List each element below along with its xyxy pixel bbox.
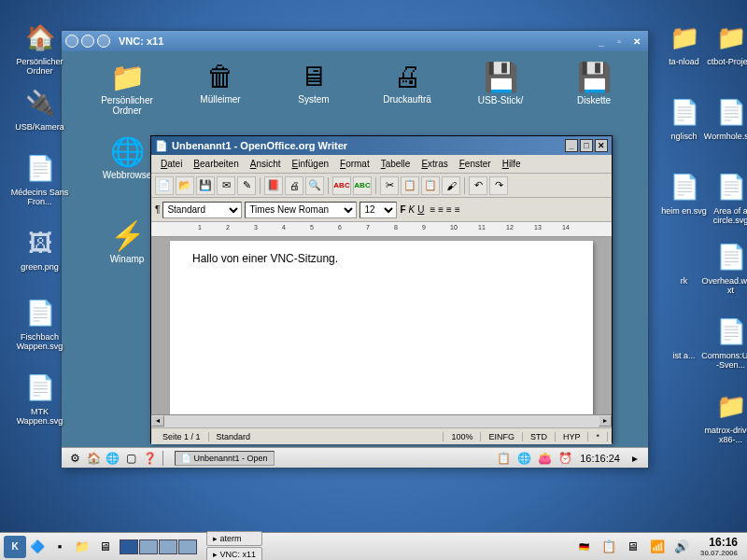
show-desktop-icon[interactable]: 🖥	[94, 537, 115, 557]
desktop-2[interactable]	[139, 539, 158, 554]
font-size-select[interactable]: 12	[359, 202, 397, 218]
ooo-maximize-button[interactable]: □	[580, 139, 593, 152]
status-zoom[interactable]: 100%	[444, 432, 481, 441]
ooo-minimize-button[interactable]: _	[565, 139, 578, 152]
menu-ansicht[interactable]: Ansicht	[245, 157, 287, 171]
format-paintbrush-button[interactable]: 🖌	[442, 176, 460, 195]
vnc-konqueror-icon[interactable]: 🌐	[104, 450, 120, 467]
desktop-icon-fischbach-wappen-svg[interactable]: 📄Fischbach Wappen.svg	[9, 294, 70, 352]
redo-button[interactable]: ↷	[489, 176, 508, 195]
auto-spellcheck-button[interactable]: ABC	[353, 176, 372, 195]
desktop-icon-ctbot-projekt[interactable]: 📁ctbot-Projekt	[700, 19, 747, 67]
copy-button[interactable]: 📋	[401, 176, 419, 195]
desktop-icon-pers-nlicher-ordner[interactable]: 🏠Persönlicher Ordner	[9, 19, 70, 77]
desktop-3[interactable]	[159, 539, 177, 554]
vnc-tray-extra-icon[interactable]: ▸	[627, 450, 643, 467]
menu-tabelle[interactable]: Tabelle	[375, 157, 416, 171]
status-hyphenation[interactable]: HYP	[556, 432, 589, 441]
desktop-icon-overhead-wiki-txt[interactable]: 📄Overhead.wiki.txt	[700, 238, 747, 296]
tray-volume-icon[interactable]: 🔊	[671, 537, 692, 557]
menu-datei[interactable]: Datei	[155, 157, 188, 171]
task-button-aterm[interactable]: ▸ aterm	[206, 531, 262, 546]
underline-button[interactable]: U	[417, 204, 424, 215]
bold-button[interactable]: F	[400, 204, 405, 215]
vnc-icon-usb-stick-[interactable]: 💾USB-Stick/	[463, 61, 538, 105]
desktop-4[interactable]	[178, 539, 197, 554]
align-left-button[interactable]: ≡	[430, 204, 435, 215]
document-page[interactable]: Hallo von einer VNC-Sitzung.	[170, 241, 593, 414]
vnc-icon-m-lleimer[interactable]: 🗑Mülleimer	[183, 61, 258, 105]
font-name-select[interactable]: Times New Roman	[245, 202, 357, 218]
desktop-icon-matrox-driver-x86-[interactable]: 📁matrox-driver-x86-...	[700, 387, 747, 445]
paragraph-style-select[interactable]: Standard	[162, 202, 242, 218]
status-insert-mode[interactable]: EINFG	[481, 432, 523, 441]
document-area[interactable]: Hallo von einer VNC-Sitzung.	[151, 237, 612, 414]
tray-network-icon[interactable]: 📶	[647, 537, 668, 557]
horizontal-ruler[interactable]: 1234567891011121314	[151, 222, 612, 237]
kmenu-button[interactable]: K	[4, 536, 26, 558]
menu-fenster[interactable]: Fenster	[454, 157, 497, 171]
vnc-tray-network-icon[interactable]: 🌐	[515, 450, 532, 467]
tray-keyboard-icon[interactable]: 🇩🇪	[574, 537, 595, 557]
vnc-icon-pers-nlicher-ordner[interactable]: 📁Persönlicher Ordner	[90, 61, 164, 116]
minimize-button[interactable]: _	[594, 35, 609, 48]
vnc-kmenu-button[interactable]: ⚙	[66, 450, 83, 467]
menu-format[interactable]: Format	[334, 157, 375, 171]
desktop-icon-area-of-a-circle-svg[interactable]: 📄Area of a circle.svg	[700, 168, 747, 226]
openoffice-writer-window[interactable]: 📄 Unbenannt1 - OpenOffice.org Writer _ □…	[150, 135, 613, 443]
ooo-close-button[interactable]: ✕	[595, 139, 608, 152]
task-button-vnc-x11[interactable]: ▸ VNC: x11	[206, 547, 262, 560]
status-std[interactable]: STD	[523, 432, 556, 441]
vnc-icon-diskette[interactable]: 💾Diskette	[557, 61, 631, 105]
vnc-tray-kwallet-icon[interactable]: 👛	[536, 450, 553, 467]
desktop-icon-usb-kamera[interactable]: 🔌USB/Kamera	[9, 84, 70, 133]
desktop-1[interactable]	[120, 539, 138, 554]
vnc-icon-druckauftr-[interactable]: 🖨Druckaufträ	[370, 61, 444, 105]
konsole-icon[interactable]: ▪	[49, 537, 70, 557]
menu-einfügen[interactable]: Einfügen	[287, 157, 334, 171]
vnc-titlebar[interactable]: VNC: x11 _ ▫ ✕	[62, 31, 648, 51]
document-text[interactable]: Hallo von einer VNC-Sitzung.	[192, 252, 338, 265]
open-button[interactable]: 📂	[176, 176, 194, 195]
align-justify-button[interactable]: ≡	[455, 204, 460, 215]
desktop-icon-wormhole-svg[interactable]: 📄Wormhole.svg	[700, 93, 747, 142]
ooo-titlebar[interactable]: 📄 Unbenannt1 - OpenOffice.org Writer _ □…	[151, 136, 612, 155]
email-button[interactable]: ✉	[217, 176, 235, 195]
menu-extras[interactable]: Extras	[416, 157, 453, 171]
tray-display-icon[interactable]: 🖥	[623, 537, 643, 557]
spellcheck-button[interactable]: ABC	[332, 176, 351, 195]
pdf-export-button[interactable]: 📕	[264, 176, 283, 195]
menu-hilfe[interactable]: Hilfe	[497, 157, 527, 171]
undo-button[interactable]: ↶	[469, 176, 487, 195]
cut-button[interactable]: ✂	[380, 176, 399, 195]
scroll-right-button[interactable]: ▸	[599, 415, 612, 427]
scroll-track[interactable]	[164, 415, 599, 427]
window-sticky-button[interactable]	[81, 35, 94, 48]
vnc-help-icon[interactable]: ❓	[141, 450, 158, 467]
paste-button[interactable]: 📋	[421, 176, 440, 195]
menu-bearbeiten[interactable]: Bearbeiten	[188, 157, 244, 171]
edit-button[interactable]: ✎	[237, 176, 256, 195]
italic-button[interactable]: K	[408, 204, 415, 215]
maximize-button[interactable]: ▫	[612, 35, 627, 48]
desktop-icon-mtk-wappen-svg[interactable]: 📄MTK Wappen.svg	[9, 369, 70, 427]
scroll-left-button[interactable]: ◂	[151, 415, 164, 427]
vnc-clock[interactable]: 16:16:24	[576, 453, 624, 464]
horizontal-scrollbar[interactable]: ◂ ▸	[151, 414, 612, 427]
desktop-icon-m-decins-sans-fron-[interactable]: 📄Médecins Sans Fron...	[9, 149, 70, 207]
desktop-icon-commons-user-sven-[interactable]: 📄Commons:User-Sven...	[700, 313, 747, 371]
vnc-home-icon[interactable]: 🏠	[85, 450, 102, 467]
vnc-icon-system[interactable]: 🖥System	[276, 61, 351, 105]
new-doc-button[interactable]: 📄	[155, 176, 174, 195]
save-button[interactable]: 💾	[196, 176, 215, 195]
vnc-task-openoffice[interactable]: 📄 Unbenannt1 - Open	[175, 451, 275, 466]
home-folder-icon[interactable]: 📁	[72, 537, 92, 557]
vnc-tray-clock-icon[interactable]: ⏰	[557, 450, 573, 467]
close-button[interactable]: ✕	[629, 35, 644, 48]
print-preview-button[interactable]: 🔍	[305, 176, 324, 195]
window-extra-button[interactable]	[97, 35, 110, 48]
vnc-desktop[interactable]: ⚡Winamp🌐Webbrowse💾Diskette💾USB-Stick/🖨Dr…	[62, 51, 648, 447]
print-button[interactable]: 🖨	[285, 176, 303, 195]
align-center-button[interactable]: ≡	[438, 204, 444, 215]
vnc-tray-clipboard-icon[interactable]: 📋	[495, 450, 512, 467]
